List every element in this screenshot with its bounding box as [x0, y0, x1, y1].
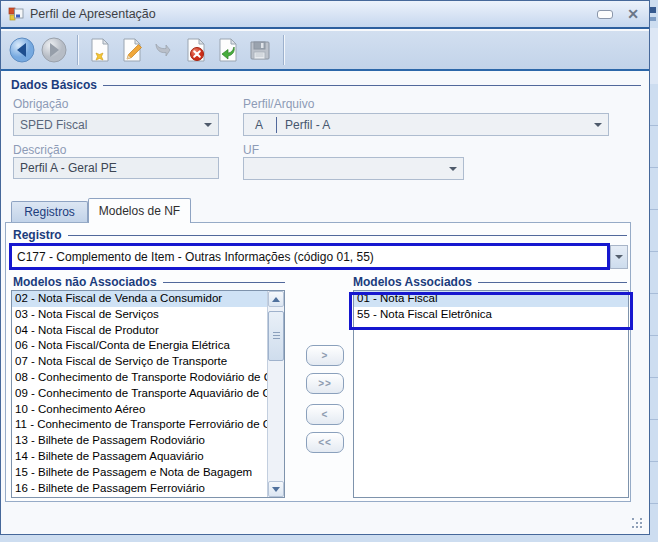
list-item[interactable]: 55 - Nota Fiscal Eletrônica	[354, 307, 628, 323]
list-item[interactable]: 15 - Bilhete de Passagem e Nota de Bagag…	[12, 465, 284, 481]
toolbar-separator	[283, 35, 285, 65]
form-icon	[8, 5, 24, 24]
window-title: Perfil de Apresentação	[30, 7, 156, 21]
registro-title: Registro	[13, 228, 62, 242]
list-item[interactable]: 14 - Bilhete de Passagem Aquaviário	[12, 449, 284, 465]
toolbar-separator	[77, 35, 79, 65]
list-item[interactable]: 17 - Despacho de Transporte	[12, 496, 284, 498]
remove-button[interactable]: <	[306, 404, 344, 425]
list-item[interactable]: 11 - Conhecimento de Transporte Ferroviá…	[12, 417, 284, 433]
descricao-value: Perfil A - Geral PE	[20, 161, 117, 175]
import-record-button[interactable]	[213, 35, 243, 65]
resize-grip[interactable]	[632, 518, 643, 529]
back-button[interactable]	[7, 35, 37, 65]
tab-modelos-de-nf[interactable]: Modelos de NF	[88, 198, 191, 223]
minimize-button[interactable]	[597, 10, 613, 19]
registro-group-header: Registro	[13, 228, 627, 242]
modelos-associados-items: 01 - Nota Fiscal55 - Nota Fiscal Eletrôn…	[354, 291, 628, 323]
arrow-down-icon	[272, 487, 280, 492]
registro-value: C177 - Complemento de Item - Outras Info…	[17, 250, 374, 264]
perfil-apresentacao-window: Perfil de Apresentação ✕	[0, 0, 650, 535]
undo-button[interactable]	[149, 35, 179, 65]
scroll-down-button[interactable]	[268, 481, 284, 497]
add-button[interactable]: >	[306, 345, 344, 366]
close-button[interactable]: ✕	[627, 7, 639, 21]
chevron-down-icon	[204, 123, 212, 127]
list-item[interactable]: 04 - Nota Fiscal de Produtor	[12, 323, 284, 339]
new-record-button[interactable]	[85, 35, 115, 65]
list-item[interactable]: 03 - Nota Fiscal de Serviços	[12, 307, 284, 323]
modelos-nao-associados-items: 02 - Nota Fiscal de Venda a Consumidor03…	[12, 291, 284, 498]
perfil-arquivo-combobox[interactable]: A Perfil - A	[243, 113, 609, 136]
uf-label: UF	[243, 143, 259, 157]
chevron-down-icon	[449, 167, 457, 171]
remove-all-button[interactable]: <<	[306, 432, 344, 453]
registro-dropdown-button[interactable]	[610, 246, 627, 268]
titlebar[interactable]: Perfil de Apresentação ✕	[1, 1, 649, 29]
list-item[interactable]: 07 - Nota Fiscal de Serviço de Transport…	[12, 354, 284, 370]
modelos-nao-associados-title: Modelos não Associados	[13, 275, 157, 289]
modelos-nao-associados-listbox[interactable]: 02 - Nota Fiscal de Venda a Consumidor03…	[11, 290, 285, 498]
list-item[interactable]: 09 - Conhecimento de Transporte Aquaviár…	[12, 386, 284, 402]
save-button[interactable]	[245, 35, 275, 65]
modelos-associados-listbox[interactable]: 01 - Nota Fiscal55 - Nota Fiscal Eletrôn…	[353, 290, 629, 498]
edit-record-button[interactable]	[117, 35, 147, 65]
arrow-up-icon	[272, 297, 280, 302]
add-all-button[interactable]: >>	[306, 373, 344, 394]
modelos-nao-associados-group-header: Modelos não Associados	[13, 275, 285, 289]
scrollbar[interactable]	[267, 291, 284, 497]
list-item[interactable]: 02 - Nota Fiscal de Venda a Consumidor	[12, 291, 284, 307]
uf-combobox[interactable]	[243, 157, 464, 180]
perfil-arquivo-label: Perfil/Arquivo	[243, 97, 314, 111]
scroll-thumb[interactable]	[268, 311, 284, 361]
registro-combobox[interactable]: C177 - Complemento de Item - Outras Info…	[11, 245, 628, 269]
dados-basicos-group-header: Dados Básicos	[11, 78, 641, 92]
toolbar	[1, 31, 649, 71]
obrigacao-label: Obrigação	[13, 97, 68, 111]
perfil-code: A	[244, 118, 274, 132]
delete-record-button[interactable]	[181, 35, 211, 65]
list-item[interactable]: 16 - Bilhete de Passagem Ferroviário	[12, 481, 284, 497]
perfil-value: Perfil - A	[285, 118, 330, 132]
modelos-associados-title: Modelos Associados	[353, 275, 472, 289]
dados-basicos-title: Dados Básicos	[11, 78, 97, 92]
obrigacao-combobox[interactable]: SPED Fiscal	[13, 113, 219, 136]
descricao-label: Descrição	[13, 143, 66, 157]
list-item[interactable]: 01 - Nota Fiscal	[354, 291, 628, 307]
modelos-associados-group-header: Modelos Associados	[353, 275, 627, 289]
obrigacao-value: SPED Fiscal	[20, 118, 87, 132]
chevron-down-icon	[594, 123, 602, 127]
forward-button[interactable]	[39, 35, 69, 65]
chevron-down-icon	[615, 255, 623, 259]
list-item[interactable]: 06 - Nota Fiscal/Conta de Energia Elétri…	[12, 338, 284, 354]
descricao-field[interactable]: Perfil A - Geral PE	[13, 157, 219, 179]
tab-registros[interactable]: Registros	[11, 201, 88, 222]
list-item[interactable]: 08 - Conhecimento de Transporte Rodoviár…	[12, 370, 284, 386]
scroll-up-button[interactable]	[268, 291, 284, 307]
list-item[interactable]: 10 - Conhecimento Aéreo	[12, 402, 284, 418]
list-item[interactable]: 13 - Bilhete de Passagem Rodoviário	[12, 433, 284, 449]
